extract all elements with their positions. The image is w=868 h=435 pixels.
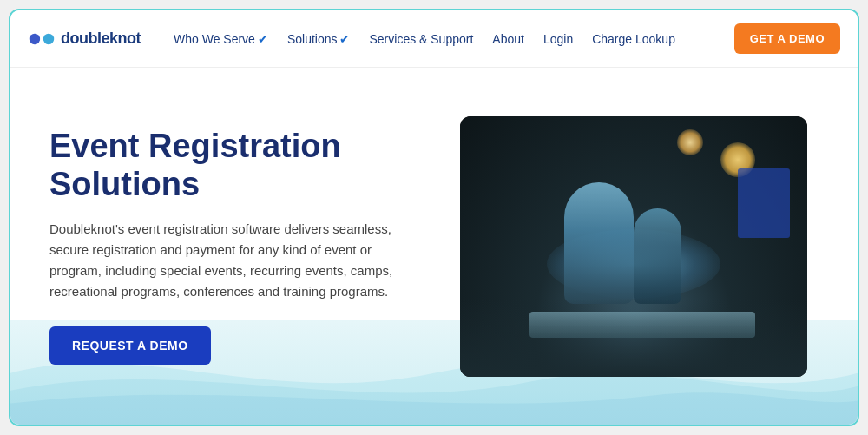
nav-links: Who We Serve ✔ Solutions ✔ Services & Su… (167, 29, 726, 49)
photo-light-2 (677, 129, 703, 155)
nav-who-we-serve[interactable]: Who We Serve ✔ (167, 29, 275, 49)
hero-description: Doubleknot's event registration software… (49, 219, 401, 302)
hero-title: Event Registration Solutions (49, 128, 401, 203)
svg-point-1 (43, 33, 54, 43)
hero-section: Event Registration Solutions Doubleknot'… (10, 68, 858, 425)
hero-content: Event Registration Solutions Doubleknot'… (10, 68, 436, 425)
svg-point-0 (30, 33, 40, 43)
navbar: doubleknot Who We Serve ✔ Solutions ✔ Se… (10, 10, 858, 68)
logo[interactable]: doubleknot (28, 30, 141, 49)
photo-person1 (564, 182, 634, 304)
nav-solutions[interactable]: Solutions ✔ (280, 29, 358, 49)
nav-about[interactable]: About (485, 29, 531, 49)
photo-floor (460, 299, 807, 377)
photo-person2 (634, 208, 681, 304)
logo-icon (28, 30, 56, 49)
hero-image (460, 116, 807, 377)
chevron-down-icon: ✔ (258, 32, 268, 46)
nav-login[interactable]: Login (536, 29, 580, 49)
request-demo-button[interactable]: REQUEST A DEMO (49, 326, 211, 365)
photo-screen (738, 168, 790, 238)
hero-image-wrapper (436, 68, 858, 425)
get-demo-button[interactable]: GET A DEMO (734, 23, 840, 54)
chevron-down-icon: ✔ (339, 32, 350, 46)
nav-charge-lookup[interactable]: Charge Lookup (585, 29, 682, 49)
nav-services-support[interactable]: Services & Support (362, 29, 480, 49)
app-window: doubleknot Who We Serve ✔ Solutions ✔ Se… (9, 9, 859, 426)
logo-text: doubleknot (61, 30, 141, 48)
photo-simulation (460, 116, 807, 377)
